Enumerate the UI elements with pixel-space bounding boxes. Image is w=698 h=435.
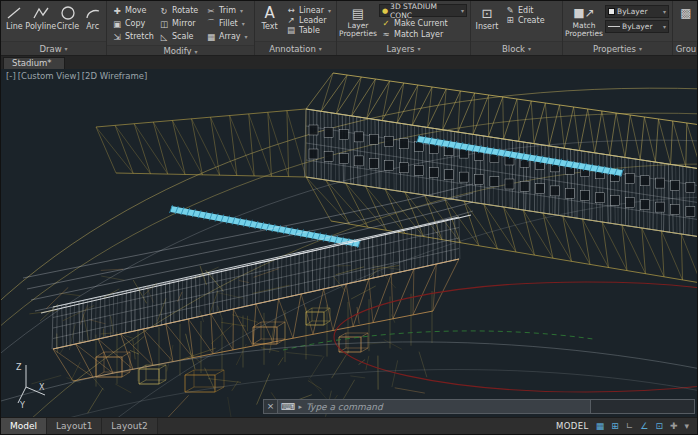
ribbon-panel-modify: ✚Move ↻Rotate ✂Trim▾ ▣Copy ◫Mirror ⌒Fill… bbox=[107, 1, 255, 55]
make-current-button[interactable]: ✓Make Current bbox=[379, 18, 467, 28]
close-icon[interactable]: × bbox=[264, 400, 278, 413]
linetype-select[interactable]: ByLayer ▾ bbox=[605, 20, 669, 33]
tool-label: Circle bbox=[57, 22, 79, 31]
circle-button[interactable]: Circle bbox=[57, 3, 79, 31]
ortho-icon[interactable]: ∟ bbox=[626, 421, 634, 431]
document-tab-stadium[interactable]: Stadium* bbox=[3, 57, 65, 69]
polar-tracking-icon[interactable]: ∠ bbox=[640, 421, 648, 431]
insert-button[interactable]: ⊡ Insert bbox=[474, 3, 500, 31]
viewport-menu-control[interactable]: [-] bbox=[6, 71, 16, 81]
color-swatch-icon bbox=[608, 8, 615, 15]
leader-icon: ↗ bbox=[286, 15, 296, 25]
array-icon: ▦ bbox=[206, 32, 216, 42]
panel-expand-icon: ▾ bbox=[319, 45, 322, 52]
scale-button[interactable]: ◺Scale bbox=[157, 30, 204, 43]
model-tab[interactable]: Model bbox=[1, 418, 47, 434]
group-panel-title[interactable]: Grou bbox=[673, 41, 698, 55]
trim-button[interactable]: ✂Trim▾ bbox=[204, 4, 251, 17]
ribbon-panel-annotation: A Text ↔Linear▾ ↗Leader ▤Table Annotatio… bbox=[255, 1, 337, 55]
layers-panel-title[interactable]: Layers▾ bbox=[337, 41, 470, 55]
drawing-viewport[interactable]: [-] [Custom View] [2D Wireframe] Z X Y ×… bbox=[1, 69, 697, 417]
modify-panel-title[interactable]: Modify▾ bbox=[107, 45, 254, 55]
copy-button[interactable]: ▣Copy bbox=[110, 17, 157, 30]
current-layer-name: 3D STADIUM CONC bbox=[390, 2, 459, 20]
command-history-bar[interactable] bbox=[590, 400, 694, 413]
polyline-button[interactable]: Polyline bbox=[28, 3, 54, 31]
viewport-controls: [-] [Custom View] [2D Wireframe] bbox=[6, 71, 147, 81]
view-control[interactable]: [Custom View] bbox=[18, 71, 80, 81]
block-create-button[interactable]: ⊞Create bbox=[503, 15, 547, 25]
block-edit-button[interactable]: ✎Edit bbox=[503, 5, 547, 15]
ribbon-panel-properties: ■↗ Match Properties ByLayer ▾ ByLayer ▾ bbox=[563, 1, 673, 55]
properties-panel-title[interactable]: Properties▾ bbox=[563, 41, 672, 55]
block-panel-title[interactable]: Block▾ bbox=[471, 41, 562, 55]
leader-button[interactable]: ↗Leader bbox=[284, 15, 333, 25]
grid-icon[interactable]: ▦ bbox=[596, 421, 605, 431]
layer-properties-button[interactable]: ▤ Layer Properties bbox=[340, 3, 376, 38]
snap-icon[interactable]: ⊞ bbox=[611, 421, 619, 431]
status-toggles: MODEL ▦ ⊞ ∟ ∠ ⊡ ✚ ▾ bbox=[548, 418, 697, 434]
ribbon-panel-group: ▩ Grou bbox=[673, 1, 698, 55]
rotate-button[interactable]: ↻Rotate bbox=[157, 4, 204, 17]
arc-button[interactable]: Arc bbox=[82, 3, 103, 31]
layout1-tab[interactable]: Layout1 bbox=[47, 418, 102, 434]
draw-panel-title[interactable]: Draw▾ bbox=[1, 41, 106, 55]
wireframe-model bbox=[1, 69, 697, 417]
layer-properties-icon: ▤ bbox=[352, 4, 364, 22]
ucs-z-label: Z bbox=[16, 363, 22, 372]
line-button[interactable]: Line bbox=[4, 3, 25, 31]
copy-icon: ▣ bbox=[112, 19, 122, 29]
layer-select[interactable]: ● 3D STADIUM CONC ▾ bbox=[379, 4, 467, 17]
dropdown-arrow-icon: ▾ bbox=[240, 7, 243, 14]
linear-dimension-button[interactable]: ↔Linear▾ bbox=[284, 5, 333, 15]
autocad-window: Line Polyline Circle bbox=[0, 0, 698, 435]
keyboard-icon: ⌨ bbox=[278, 401, 298, 412]
ribbon-panel-layers: ▤ Layer Properties ● 3D STADIUM CONC ▾ ✓… bbox=[337, 1, 471, 55]
move-button[interactable]: ✚Move bbox=[110, 4, 157, 17]
tool-label: Line bbox=[6, 22, 23, 31]
panel-expand-icon: ▾ bbox=[528, 45, 531, 52]
dynamic-input-icon[interactable]: ✚ bbox=[670, 421, 678, 431]
table-button[interactable]: ▤Table bbox=[284, 25, 333, 35]
dropdown-arrow-icon: ▾ bbox=[245, 33, 248, 40]
fillet-button[interactable]: ⌒Fillet▾ bbox=[204, 17, 251, 30]
object-snap-icon[interactable]: ⊡ bbox=[655, 421, 663, 431]
space-indicator[interactable]: MODEL bbox=[556, 421, 589, 431]
command-input[interactable]: Type a command bbox=[306, 402, 590, 412]
customization-icon[interactable]: ▾ bbox=[684, 421, 689, 431]
match-properties-icon: ■↗ bbox=[573, 4, 594, 22]
stretch-icon: ⇲ bbox=[112, 32, 122, 42]
command-prompt-icon: ▸ bbox=[298, 403, 306, 411]
rotate-icon: ↻ bbox=[159, 6, 169, 16]
dropdown-arrow-icon: ▾ bbox=[663, 8, 666, 15]
tool-label: Polyline bbox=[25, 22, 56, 31]
panel-expand-icon: ▾ bbox=[65, 45, 68, 52]
layout2-tab[interactable]: Layout2 bbox=[102, 418, 157, 434]
stretch-button[interactable]: ⇲Stretch bbox=[110, 30, 157, 43]
dropdown-arrow-icon: ▾ bbox=[461, 7, 464, 14]
document-tab-bar: Stadium* bbox=[1, 56, 697, 69]
array-button[interactable]: ▦Array▾ bbox=[204, 30, 251, 43]
command-line[interactable]: × ⌨ ▸ Type a command bbox=[263, 399, 695, 414]
group-button[interactable]: ▩ bbox=[676, 3, 696, 22]
match-layer-button[interactable]: ≈Match Layer bbox=[379, 29, 467, 39]
ucs-x-label: X bbox=[39, 383, 45, 392]
insert-icon: ⊡ bbox=[482, 4, 493, 22]
dropdown-arrow-icon: ▾ bbox=[663, 23, 666, 30]
layer-color-icon: ● bbox=[382, 7, 388, 15]
text-button[interactable]: A Text bbox=[258, 3, 281, 31]
match-layer-icon: ≈ bbox=[381, 29, 391, 39]
annotation-panel-title[interactable]: Annotation▾ bbox=[255, 41, 336, 55]
dropdown-arrow-icon: ▾ bbox=[242, 20, 245, 27]
dropdown-arrow-icon: ▾ bbox=[328, 7, 331, 14]
linetype-icon bbox=[608, 26, 620, 27]
match-properties-button[interactable]: ■↗ Match Properties bbox=[566, 3, 602, 38]
arc-icon bbox=[84, 4, 102, 22]
group-icon: ▩ bbox=[680, 4, 691, 22]
visual-style-control[interactable]: [2D Wireframe] bbox=[82, 71, 148, 81]
mirror-button[interactable]: ◫Mirror bbox=[157, 17, 204, 30]
panel-expand-icon: ▾ bbox=[418, 45, 421, 52]
table-icon: ▤ bbox=[286, 25, 296, 35]
ucs-y-label: Y bbox=[19, 401, 25, 409]
object-color-select[interactable]: ByLayer ▾ bbox=[605, 5, 669, 18]
